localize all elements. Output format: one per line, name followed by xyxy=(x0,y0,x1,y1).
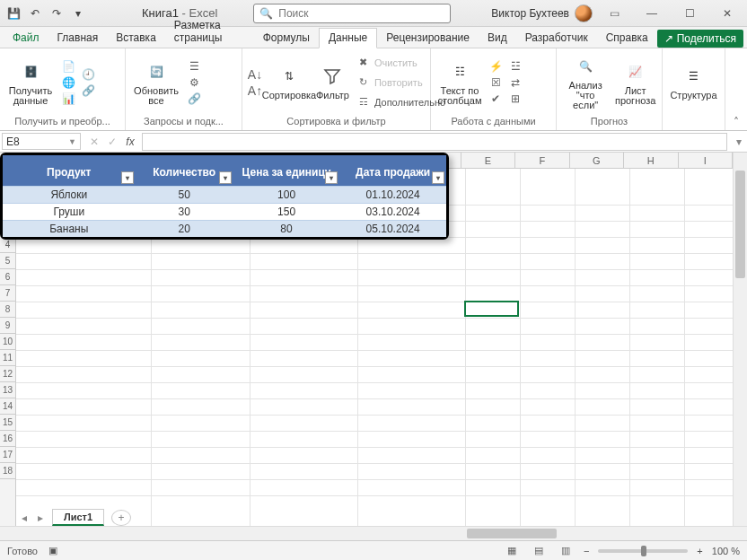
table-header[interactable]: Цена за единицу▾ xyxy=(233,155,339,187)
filter-dropdown-icon[interactable]: ▾ xyxy=(219,171,232,184)
edit-links-icon[interactable]: 🔗 xyxy=(187,92,201,106)
zoom-thumb[interactable] xyxy=(641,546,646,556)
table-cell[interactable]: 01.10.2024 xyxy=(339,187,446,204)
name-box[interactable]: E8 ▼ xyxy=(2,133,81,150)
from-text-icon[interactable]: 📄 xyxy=(61,59,75,74)
column-header[interactable]: H xyxy=(624,153,678,168)
table-header[interactable]: Продукт▾ xyxy=(3,155,136,187)
filter-dropdown-icon[interactable]: ▾ xyxy=(432,171,444,184)
row-header[interactable]: 11 xyxy=(0,350,15,366)
filter-dropdown-icon[interactable]: ▾ xyxy=(325,171,338,184)
row-header[interactable]: 12 xyxy=(0,366,15,382)
row-header[interactable]: 5 xyxy=(0,253,15,269)
share-button[interactable]: ↗ Поделиться xyxy=(657,30,743,48)
name-box-dropdown-icon[interactable]: ▼ xyxy=(68,137,76,146)
scroll-thumb[interactable] xyxy=(467,529,557,538)
table-cell[interactable]: 150 xyxy=(233,204,339,221)
row-header[interactable]: 17 xyxy=(0,447,15,463)
row-header[interactable]: 13 xyxy=(0,382,15,398)
undo-icon[interactable]: ↶ xyxy=(25,4,45,23)
from-table-icon[interactable]: 📊 xyxy=(61,92,75,106)
table-row[interactable]: Груши3015003.10.2024 xyxy=(3,204,446,221)
close-icon[interactable]: ✕ xyxy=(711,0,743,27)
recent-sources-icon[interactable]: 🕘 xyxy=(81,67,95,82)
data-model-icon[interactable]: ⊞ xyxy=(508,92,523,106)
row-header[interactable]: 15 xyxy=(0,415,15,431)
tab-formulas[interactable]: Формулы xyxy=(254,29,319,48)
column-header[interactable]: G xyxy=(570,153,624,168)
add-sheet-icon[interactable]: + xyxy=(111,510,131,526)
tab-developer[interactable]: Разработчик xyxy=(516,29,597,48)
search-input[interactable]: 🔍 Поиск xyxy=(253,4,451,23)
existing-conn-icon[interactable]: 🔗 xyxy=(81,83,95,98)
table-cell[interactable]: 20 xyxy=(136,221,233,238)
qat-dropdown-icon[interactable]: ▾ xyxy=(68,4,88,23)
table-header[interactable]: Количество▾ xyxy=(136,155,233,187)
view-page-break-icon[interactable]: ▥ xyxy=(557,544,575,558)
get-data-button[interactable]: 🗄️ Получить данные xyxy=(5,52,56,113)
user-account[interactable]: Виктор Бухтеев xyxy=(491,4,593,22)
row-header[interactable]: 6 xyxy=(0,269,15,285)
row-header[interactable]: 18 xyxy=(0,463,15,479)
filter-button[interactable]: Фильтр xyxy=(316,52,349,113)
queries-icon[interactable]: ☰ xyxy=(187,59,201,74)
macro-record-icon[interactable]: ▣ xyxy=(48,545,57,556)
row-header[interactable]: 10 xyxy=(0,334,15,350)
tab-review[interactable]: Рецензирование xyxy=(377,29,479,48)
sheet-nav-next-icon[interactable]: ▸ xyxy=(32,510,48,526)
zoom-level[interactable]: 100 % xyxy=(712,546,740,556)
forecast-sheet-button[interactable]: 📈 Лист прогноза xyxy=(614,52,656,113)
outline-button[interactable]: ☰ Структура xyxy=(668,52,719,113)
table-cell[interactable]: 30 xyxy=(136,204,233,221)
table-row[interactable]: Бананы208005.10.2024 xyxy=(3,221,446,238)
row-header[interactable]: 9 xyxy=(0,318,15,334)
table-cell[interactable]: Груши xyxy=(3,204,136,221)
column-header[interactable]: E xyxy=(461,153,515,168)
properties-icon[interactable]: ⚙ xyxy=(187,75,201,90)
table-cell[interactable]: Яблоки xyxy=(3,187,136,204)
relationships-icon[interactable]: ⇄ xyxy=(508,75,523,90)
maximize-icon[interactable]: ☐ xyxy=(673,0,706,27)
data-validation-icon[interactable]: ✔ xyxy=(488,92,503,106)
sheet-tab[interactable]: Лист1 xyxy=(52,509,104,526)
table-cell[interactable]: 100 xyxy=(233,187,339,204)
redo-icon[interactable]: ↷ xyxy=(47,4,66,23)
table-cell[interactable]: 03.10.2024 xyxy=(339,204,446,221)
remove-dup-icon[interactable]: ☒ xyxy=(488,75,503,90)
tab-insert[interactable]: Вставка xyxy=(107,29,165,48)
sort-asc-icon[interactable]: A↓ xyxy=(248,67,262,82)
formula-input[interactable] xyxy=(142,133,727,151)
consolidate-icon[interactable]: ☳ xyxy=(508,59,523,74)
sort-button[interactable]: ⇅ Сортировка xyxy=(268,52,311,113)
zoom-out-icon[interactable]: − xyxy=(584,546,589,556)
ribbon-mode-icon[interactable]: ▭ xyxy=(598,0,630,27)
vertical-scrollbar[interactable] xyxy=(733,153,747,526)
zoom-in-icon[interactable]: + xyxy=(697,546,702,556)
tab-view[interactable]: Вид xyxy=(479,29,516,48)
collapse-ribbon-icon[interactable]: ˄ xyxy=(729,116,743,128)
column-header[interactable]: I xyxy=(679,153,733,168)
table-cell[interactable]: 50 xyxy=(136,187,233,204)
column-header[interactable]: F xyxy=(515,153,569,168)
table-cell[interactable]: 80 xyxy=(233,221,339,238)
data-table[interactable]: Продукт▾ Количество▾ Цена за единицу▾ Да… xyxy=(0,153,449,240)
sheet-nav-prev-icon[interactable]: ◂ xyxy=(16,510,32,526)
row-header[interactable]: 8 xyxy=(0,302,15,318)
view-normal-icon[interactable]: ▦ xyxy=(503,544,521,558)
flash-fill-icon[interactable]: ⚡ xyxy=(488,59,503,74)
scroll-thumb[interactable] xyxy=(735,171,745,278)
worksheet-grid[interactable]: ABCDEFGHI 123456789101112131415161718 Пр… xyxy=(0,153,747,540)
filter-dropdown-icon[interactable]: ▾ xyxy=(121,171,134,184)
view-page-layout-icon[interactable]: ▤ xyxy=(530,544,548,558)
row-header[interactable]: 16 xyxy=(0,431,15,447)
tab-data[interactable]: Данные xyxy=(319,28,377,48)
from-web-icon[interactable]: 🌐 xyxy=(61,75,75,90)
row-header[interactable]: 14 xyxy=(0,398,15,415)
table-cell[interactable]: Бананы xyxy=(3,221,136,238)
save-icon[interactable]: 💾 xyxy=(4,4,23,23)
fx-icon[interactable]: fx xyxy=(122,134,138,150)
tab-page-layout[interactable]: Разметка страницы xyxy=(165,16,254,48)
zoom-slider[interactable] xyxy=(598,549,688,553)
refresh-all-button[interactable]: 🔄 Обновить все xyxy=(131,52,181,113)
expand-formula-bar-icon[interactable]: ▾ xyxy=(731,131,747,152)
